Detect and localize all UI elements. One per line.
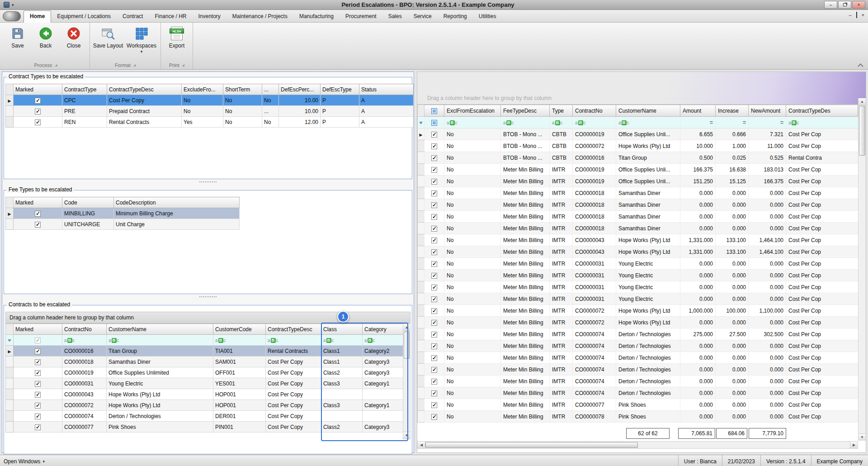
escalation-row[interactable]: ▶ No Meter Min Billing IMTR CO0000018 Sa…	[418, 199, 858, 211]
text-filter-icon[interactable]: aBc	[788, 120, 799, 125]
equals-filter-icon[interactable]: =	[710, 119, 713, 126]
close-window-button[interactable]: Close	[60, 24, 88, 49]
include-checkbox[interactable]	[431, 343, 437, 349]
panel-splitter[interactable]	[4, 294, 412, 300]
ribbon-tab[interactable]: Inventory	[192, 11, 226, 22]
include-checkbox[interactable]	[431, 296, 437, 302]
export-button[interactable]: HLSH Export	[163, 24, 191, 49]
marked-checkbox[interactable]	[35, 381, 41, 387]
ribbon-tab[interactable]: Finance / HR	[149, 11, 192, 22]
escalation-row[interactable]: ▶ No Meter Min Billing IMTR CO0000078 Pi…	[418, 411, 858, 423]
escalation-row[interactable]: ▶ No Meter Min Billing IMTR CO0000018 Sa…	[418, 223, 858, 234]
mdi-restore-button[interactable]	[856, 12, 857, 18]
marked-checkbox[interactable]	[35, 424, 41, 430]
scroll-up-button[interactable]: ▲	[403, 324, 410, 331]
text-filter-icon[interactable]: aBc	[64, 338, 75, 343]
back-button[interactable]: Back	[32, 24, 60, 49]
escalation-row[interactable]: ▶ No Meter Min Billing IMTR CO0000018 Sa…	[418, 187, 858, 199]
include-checkbox[interactable]	[431, 355, 437, 361]
marked-checkbox[interactable]	[35, 370, 41, 376]
marked-checkbox[interactable]	[35, 414, 41, 419]
qat-dropdown-icon[interactable]: ▾	[12, 3, 14, 7]
escalation-row[interactable]: ▶ No Meter Min Billing IMTR CO0000072 Ho…	[418, 317, 858, 328]
include-checkbox[interactable]	[431, 155, 437, 161]
contract-row[interactable]: ▶ CO0000043 Hope Works (Pty) Ltd HOP001 …	[6, 389, 407, 400]
column-header[interactable]: NewAmount	[749, 105, 786, 117]
text-filter-icon[interactable]: aBc	[503, 120, 514, 125]
column-header[interactable]: Status	[359, 84, 414, 95]
include-checkbox[interactable]	[431, 238, 437, 243]
column-header[interactable]: Code	[62, 197, 114, 208]
column-header[interactable]: FeeTypeDesc	[501, 105, 550, 117]
column-header[interactable]: Marked	[14, 324, 62, 335]
escalation-row[interactable]: ▶ No Meter Min Billing IMTR CO0000031 Yo…	[418, 270, 858, 281]
dialog-launcher-icon[interactable]: ◢	[182, 63, 184, 67]
ribbon-tab[interactable]: Service	[408, 11, 438, 22]
contract-row[interactable]: ▶ CO0000072 Hope Works (Pty) Ltd HOP001 …	[6, 400, 407, 411]
close-button[interactable]: ×	[852, 1, 865, 9]
include-checkbox[interactable]	[431, 308, 437, 314]
column-header[interactable]: Type	[550, 105, 573, 117]
text-filter-icon[interactable]: aBc	[447, 120, 458, 125]
application-menu-button[interactable]	[3, 11, 21, 21]
include-checkbox[interactable]	[431, 214, 437, 220]
escalation-row[interactable]: ▶ No Meter Min Billing IMTR CO0000019 Of…	[418, 176, 858, 187]
ribbon-tab[interactable]: Reporting	[438, 11, 473, 22]
text-filter-icon[interactable]: aBc	[552, 120, 563, 125]
escalation-row[interactable]: ▶ No Meter Min Billing IMTR CO0000043 Ho…	[418, 234, 858, 246]
scroll-down-button[interactable]: ▼	[859, 433, 866, 441]
text-filter-icon[interactable]: aBc	[575, 120, 586, 125]
save-layout-button[interactable]: Save Layout	[92, 24, 124, 49]
column-header[interactable]: CustomerName	[107, 324, 213, 335]
marked-checkbox[interactable]	[35, 119, 41, 125]
escalation-row[interactable]: ▶ No Meter Min Billing IMTR CO0000018 Sa…	[418, 211, 858, 223]
fee-type-row[interactable]: ▶ UNITCHARGE Unit Charge	[6, 219, 240, 230]
text-filter-icon[interactable]: aBc	[618, 120, 629, 125]
column-header[interactable]: ContractTypeDesc	[107, 84, 182, 95]
include-checkbox[interactable]	[431, 261, 437, 267]
column-header[interactable]: Category	[363, 324, 407, 335]
column-header[interactable]: Increase	[716, 105, 749, 117]
mdi-close-button[interactable]: ×	[862, 12, 864, 18]
escalation-row[interactable]: ▶ No Meter Min Billing IMTR CO0000074 De…	[418, 364, 858, 376]
column-header[interactable]: Class	[321, 324, 363, 335]
save-button[interactable]: Save	[4, 24, 32, 49]
ribbon-tab[interactable]: Maintenance / Projects	[226, 11, 293, 22]
escalation-row[interactable]: ▶ No BTOB - Mono ... CBTB CO0000072 Hope…	[418, 140, 858, 152]
include-checkbox[interactable]	[431, 390, 437, 396]
workspaces-dropdown-icon[interactable]: ▾	[141, 49, 143, 54]
include-checkbox[interactable]	[431, 379, 437, 385]
marked-filter-checkbox[interactable]	[35, 338, 41, 343]
column-header[interactable]: DefEscType	[321, 84, 359, 95]
column-header[interactable]: CodeDescription	[114, 197, 240, 208]
contract-row[interactable]: ▶ CO0000018 Samanthas Diner SAM001 Cost …	[6, 357, 407, 367]
marked-checkbox[interactable]	[35, 222, 41, 228]
checked-filter-icon[interactable]	[431, 120, 437, 126]
column-header[interactable]: ShortTerm	[223, 84, 262, 95]
escalation-row[interactable]: ▶ No Meter Min Billing IMTR CO0000074 De…	[418, 352, 858, 364]
scroll-up-button[interactable]: ▲	[859, 98, 866, 105]
column-header[interactable]: Amount	[680, 105, 716, 117]
marked-checkbox[interactable]	[35, 359, 41, 365]
text-filter-icon[interactable]: aBc	[215, 338, 226, 343]
mdi-minimize-button[interactable]: –	[849, 12, 851, 18]
escalation-row[interactable]: ▶ No Meter Min Billing IMTR CO0000074 De…	[418, 387, 858, 399]
escalation-row[interactable]: ▶ No Meter Min Billing IMTR CO0000043 Ho…	[418, 246, 858, 258]
escalation-row[interactable]: ▶ No Meter Min Billing IMTR CO0000031 Yo…	[418, 258, 858, 270]
marked-checkbox[interactable]	[35, 403, 41, 409]
contracts-vertical-scrollbar[interactable]: ▲ ▼	[403, 323, 410, 439]
escalation-row[interactable]: ▶ No BTOB - Mono ... CBTB CO0000019 Offi…	[418, 128, 858, 140]
contract-type-row[interactable]: ▶ CPC Cost Per Copy No No No 10.00 P A	[6, 95, 414, 106]
contract-row[interactable]: ▶ CO0000019 Office Supplies Unlimited OF…	[6, 367, 407, 378]
column-header[interactable]: DefEscPerc...	[279, 84, 321, 95]
ribbon-tab[interactable]: Contract	[117, 11, 149, 22]
fee-type-row[interactable]: ▶ MINBILLING Minimum Billing Charge	[6, 208, 240, 219]
contract-row[interactable]: ▶ CO0000077 Pink Shoes PIN001 Cost Per C…	[6, 422, 407, 433]
ribbon-tab[interactable]: Home	[24, 10, 51, 23]
column-header[interactable]: ContractTypeDes	[786, 105, 858, 117]
escalation-row[interactable]: ▶ No Meter Min Billing IMTR CO0000019 Of…	[418, 164, 858, 176]
column-header[interactable]: ContractType	[62, 84, 107, 95]
column-header[interactable]: ContractTypeDesc	[266, 324, 321, 335]
open-windows-button[interactable]: Open Windows ▾	[4, 458, 45, 465]
escalation-row[interactable]: ▶ No Meter Min Billing IMTR CO0000031 Yo…	[418, 293, 858, 305]
